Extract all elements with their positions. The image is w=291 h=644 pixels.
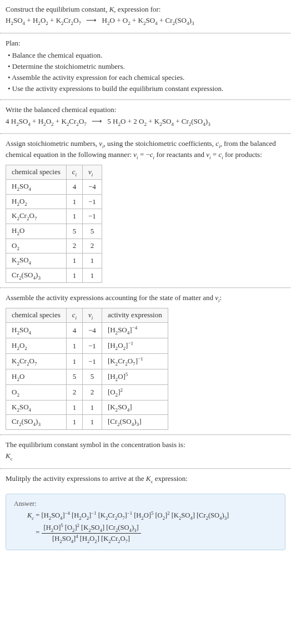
table-row: H2O55 xyxy=(6,224,102,239)
balanced-equation: 4 H2SO4 + H2O2 + K2Cr2O7 ⟶ 5 H2O + 2 O2 … xyxy=(6,116,285,128)
cell-ci: 1 xyxy=(66,268,82,283)
cell-ci: 4 xyxy=(66,323,82,338)
activity-table: chemical species ci νi activity expressi… xyxy=(6,308,168,430)
cell-vi: 5 xyxy=(83,224,102,239)
table-row: H2O21−1[H2O2]−1 xyxy=(6,338,168,354)
stoich-rel3: = xyxy=(211,150,219,159)
cell-ci: 2 xyxy=(66,384,82,400)
answer-denominator: [H2SO4]4 [H2O2] [K2Cr2O7] xyxy=(42,534,141,544)
plan-block: Plan: • Balance the chemical equation. •… xyxy=(0,34,291,100)
answer-label: Answer: xyxy=(14,500,277,508)
cell-species: H2O2 xyxy=(6,194,67,209)
table-row: O222[O2]2 xyxy=(6,384,168,400)
th-activity: activity expression xyxy=(102,308,168,323)
nu-i-2: νi xyxy=(133,150,138,159)
intro-text-1: Construct the equilibrium constant, xyxy=(6,5,109,13)
cell-vi: 1 xyxy=(83,253,102,268)
plan-bullets: • Balance the chemical equation. • Deter… xyxy=(6,50,285,94)
answer-box: Answer: Kc = [H2SO4]−4 [H2O2]−1 [K2Cr2O7… xyxy=(6,494,285,550)
nu-i-3: νi xyxy=(206,150,210,159)
cell-vi: 5 xyxy=(83,369,102,384)
cell-species: H2O xyxy=(6,369,67,384)
cell-species: H2SO4 xyxy=(6,180,67,195)
unbalanced-equation: H2SO4 + H2O2 + K2Cr2O7 ⟶ H2O + O2 + K2SO… xyxy=(6,16,285,27)
table-row: Cr2(SO4)311 xyxy=(6,268,102,283)
cell-vi: 2 xyxy=(83,384,102,400)
cell-activity: [Cr2(SO4)3] xyxy=(102,415,168,430)
table-row: H2O55[H2O]5 xyxy=(6,369,168,384)
cell-activity: [H2O]5 xyxy=(102,369,168,384)
plan-b3: • Assemble the activity expression for e… xyxy=(6,73,285,83)
kc-symbol: Kc xyxy=(6,451,285,462)
cell-ci: 1 xyxy=(66,209,82,224)
eq-sign-1: = xyxy=(34,511,41,519)
eq-sign-2: = xyxy=(34,529,41,537)
cell-vi: −4 xyxy=(83,323,102,338)
table-row: Cr2(SO4)311[Cr2(SO4)3] xyxy=(6,415,168,430)
table-header-row: chemical species ci νi activity expressi… xyxy=(6,308,168,323)
th-species: chemical species xyxy=(6,308,67,323)
kc-text: The equilibrium constant symbol in the c… xyxy=(6,440,285,450)
balanced-block: Write the balanced chemical equation: 4 … xyxy=(0,100,291,133)
cell-species: K2Cr2O7 xyxy=(6,209,67,224)
table-row: H2SO44−4 xyxy=(6,180,102,195)
cell-species: Cr2(SO4)3 xyxy=(6,415,67,430)
answer-numerator: [H2O]5 [O2]2 [K2SO4] [Cr2(SO4)3] xyxy=(42,523,141,534)
multiply-block: Mulitply the activity expressions to arr… xyxy=(0,469,291,490)
intro-block: Construct the equilibrium constant, K, e… xyxy=(0,0,291,33)
plan-b4: • Use the activity expressions to build … xyxy=(6,84,285,94)
plan-b2: • Determine the stoichiometric numbers. xyxy=(6,62,285,72)
cell-vi: 1 xyxy=(83,400,102,415)
cell-species: H2SO4 xyxy=(6,323,67,338)
th-ci: ci xyxy=(66,165,82,180)
kc-block: The equilibrium constant symbol in the c… xyxy=(0,435,291,468)
table-header-row: chemical species ci νi xyxy=(6,165,102,180)
cell-ci: 4 xyxy=(66,180,82,195)
table-row: K2SO411[K2SO4] xyxy=(6,400,168,415)
answer-fraction: [H2O]5 [O2]2 [K2SO4] [Cr2(SO4)3] [H2SO4]… xyxy=(42,523,141,544)
answer-line-2: Kc = [H2O]5 [O2]2 [K2SO4] [Cr2(SO4)3] [H… xyxy=(14,523,277,544)
cell-ci: 1 xyxy=(66,354,82,369)
cell-species: K2SO4 xyxy=(6,253,67,268)
cell-vi: 2 xyxy=(83,239,102,253)
cell-activity: [K2SO4] xyxy=(102,400,168,415)
nu-i: νi xyxy=(99,139,103,148)
cell-species: O2 xyxy=(6,239,67,253)
kc-K: K xyxy=(6,452,11,460)
cell-vi: −1 xyxy=(83,194,102,209)
stoich-rel4: for products: xyxy=(223,150,262,159)
cell-vi: −1 xyxy=(83,338,102,354)
cell-vi: 1 xyxy=(83,415,102,430)
intro-text-2: , expression for: xyxy=(114,5,160,13)
cell-activity: [H2O2]−1 xyxy=(102,338,168,354)
cell-ci: 1 xyxy=(66,415,82,430)
table-row: H2O21−1 xyxy=(6,194,102,209)
cell-vi: −1 xyxy=(83,354,102,369)
activity-heading: Assemble the activity expressions accoun… xyxy=(6,293,285,304)
cell-ci: 1 xyxy=(66,338,82,354)
stoich-rel1: = − xyxy=(138,150,150,159)
intro-line1: Construct the equilibrium constant, K, e… xyxy=(6,4,285,14)
cell-activity: [K2Cr2O7]−1 xyxy=(102,354,168,369)
th-ci: ci xyxy=(66,308,82,323)
cell-ci: 2 xyxy=(66,239,82,253)
stoich-t2: , using the stoichiometric coefficients, xyxy=(104,139,216,148)
kc-sub: c xyxy=(11,456,13,462)
cell-vi: −4 xyxy=(83,180,102,195)
stoich-table: chemical species ci νi H2SO44−4 H2O21−1 … xyxy=(6,165,102,283)
cell-species: H2O2 xyxy=(6,338,67,354)
cell-vi: −1 xyxy=(83,209,102,224)
cell-species: K2Cr2O7 xyxy=(6,354,67,369)
plan-heading: Plan: xyxy=(6,38,285,48)
multiply-text: Mulitply the activity expressions to arr… xyxy=(6,474,285,485)
balanced-heading: Write the balanced chemical equation: xyxy=(6,105,285,115)
cell-vi: 1 xyxy=(83,268,102,283)
cell-species: Cr2(SO4)3 xyxy=(6,268,67,283)
table-row: H2SO44−4[H2SO4]−4 xyxy=(6,323,168,338)
th-vi: νi xyxy=(83,308,102,323)
multiply-t1: Mulitply the activity expressions to arr… xyxy=(6,474,146,483)
stoich-text: Assign stoichiometric numbers, νi, using… xyxy=(6,139,285,161)
stoich-rel2: for reactants and xyxy=(154,150,206,159)
table-row: K2Cr2O71−1[K2Cr2O7]−1 xyxy=(6,354,168,369)
multiply-t2: expression: xyxy=(153,474,187,483)
